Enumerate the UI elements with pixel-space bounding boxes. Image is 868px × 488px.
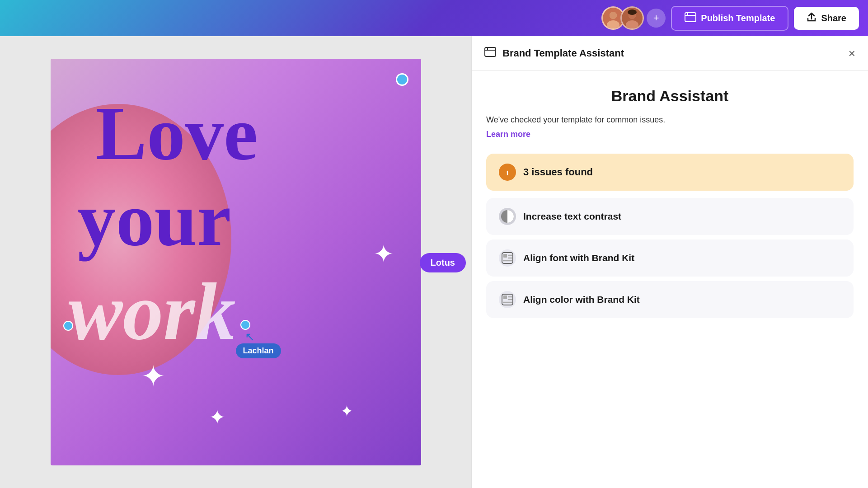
panel-title: Brand Template Assistant xyxy=(502,47,842,59)
design-canvas[interactable]: Love your work ✦ ✦ ✦ ✦ ↖ Lachlan xyxy=(51,59,421,465)
canvas-text-love: Love xyxy=(96,95,258,172)
sparkle-decoration-1: ✦ xyxy=(373,239,394,268)
issues-banner: 3 issues found xyxy=(486,154,854,191)
warning-icon xyxy=(499,164,516,181)
add-collaborator-button[interactable]: + xyxy=(647,9,666,28)
svg-rect-12 xyxy=(485,47,496,56)
sparkle-decoration-4: ✦ xyxy=(340,402,353,420)
issue-item-font[interactable]: Align font with Brand Kit xyxy=(486,239,854,277)
collaborator-name-label: Lachlan xyxy=(236,343,281,358)
brand-color-icon xyxy=(499,291,516,308)
svg-rect-19 xyxy=(503,254,507,258)
svg-point-3 xyxy=(610,12,617,19)
svg-point-8 xyxy=(628,9,637,15)
svg-rect-9 xyxy=(685,13,696,22)
publish-icon xyxy=(685,12,696,24)
issue-font-label: Align font with Brand Kit xyxy=(523,253,634,263)
canvas-text-your: your xyxy=(78,181,231,258)
panel-content: Brand Assistant We've checked your templ… xyxy=(472,71,868,488)
lotus-tooltip: Lotus xyxy=(420,253,466,272)
panel-main-title: Brand Assistant xyxy=(486,87,854,105)
issue-color-label: Align color with Brand Kit xyxy=(523,294,640,305)
publish-template-button[interactable]: Publish Template xyxy=(671,6,788,31)
selection-handle-top[interactable] xyxy=(396,73,408,86)
panel-header-icon xyxy=(484,47,496,60)
canvas-area: Love your work ✦ ✦ ✦ ✦ ↖ Lachlan xyxy=(0,36,471,488)
brand-assistant-panel: Brand Template Assistant × Brand Assista… xyxy=(471,36,868,488)
panel-header: Brand Template Assistant × xyxy=(472,36,868,71)
panel-description: We've checked your template for common i… xyxy=(486,114,854,126)
publish-button-label: Publish Template xyxy=(701,13,775,23)
sparkle-decoration-3: ✦ xyxy=(209,405,226,429)
learn-more-link[interactable]: Learn more xyxy=(486,130,530,139)
cursor-icon: ↖ xyxy=(245,330,255,344)
selection-handle-left[interactable] xyxy=(63,321,73,331)
share-button-label: Share xyxy=(821,13,846,23)
avatar-user-2 xyxy=(620,6,644,30)
svg-rect-24 xyxy=(503,296,507,299)
share-button[interactable]: Share xyxy=(794,7,859,30)
svg-point-16 xyxy=(507,174,508,175)
issues-count-text: 3 issues found xyxy=(523,166,593,178)
issue-item-contrast[interactable]: Increase text contrast xyxy=(486,198,854,235)
issue-item-color[interactable]: Align color with Brand Kit xyxy=(486,281,854,318)
panel-close-button[interactable]: × xyxy=(849,47,855,59)
brand-font-icon xyxy=(499,249,516,267)
avatar-group: + xyxy=(601,6,666,30)
share-icon xyxy=(807,12,816,24)
canvas-text-work: work xyxy=(69,271,236,352)
issue-contrast-label: Increase text contrast xyxy=(523,211,621,222)
contrast-icon xyxy=(499,208,516,225)
sparkle-decoration-2: ✦ xyxy=(141,359,165,393)
selection-handle-mid[interactable] xyxy=(240,320,250,330)
header-bar: + Publish Template Share xyxy=(0,0,868,36)
